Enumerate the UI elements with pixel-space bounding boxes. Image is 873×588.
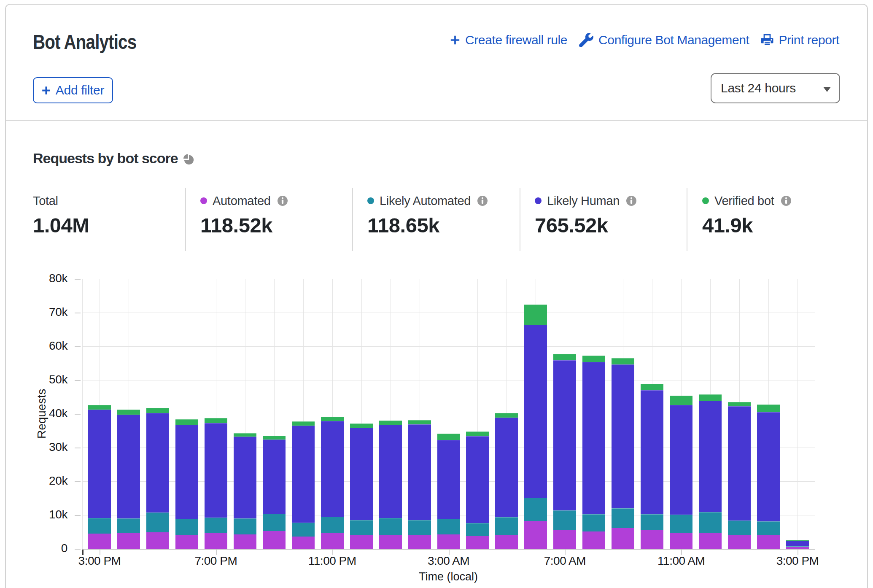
bar-22-automated[interactable] — [728, 535, 751, 549]
bar-7-verified-bot[interactable] — [292, 421, 315, 426]
bar-0-verified-bot[interactable] — [88, 405, 111, 409]
bar-17-likely-automated[interactable] — [582, 514, 605, 532]
bar-23-likely-automated[interactable] — [757, 521, 780, 535]
bar-3-automated[interactable] — [175, 535, 198, 549]
bar-18-likely-automated[interactable] — [612, 508, 634, 528]
bar-9-verified-bot[interactable] — [350, 423, 373, 428]
bar-0-likely-automated[interactable] — [88, 518, 111, 534]
info-icon[interactable] — [626, 195, 637, 206]
bar-17-verified-bot[interactable] — [582, 356, 605, 362]
bar-19-automated[interactable] — [641, 530, 663, 549]
bar-14-likely-human[interactable] — [495, 418, 518, 517]
bar-0-likely-human[interactable] — [88, 410, 111, 518]
info-icon[interactable] — [781, 195, 792, 206]
bar-24-likely-automated[interactable] — [786, 546, 809, 547]
bar-2-automated[interactable] — [146, 532, 169, 549]
bar-3-verified-bot[interactable] — [175, 419, 198, 425]
bar-16-likely-automated[interactable] — [553, 510, 576, 530]
bar-9-likely-automated[interactable] — [350, 520, 373, 535]
bar-19-likely-human[interactable] — [641, 390, 663, 514]
bar-12-verified-bot[interactable] — [437, 434, 460, 440]
bar-24-automated[interactable] — [786, 547, 809, 549]
bar-9-likely-human[interactable] — [350, 428, 373, 520]
bar-11-likely-automated[interactable] — [408, 520, 431, 535]
bar-8-likely-human[interactable] — [321, 421, 344, 517]
bar-11-verified-bot[interactable] — [408, 420, 431, 424]
bar-11-automated[interactable] — [408, 535, 431, 549]
print-report-link[interactable]: Print report — [761, 33, 839, 47]
bar-24-likely-human[interactable] — [786, 540, 809, 546]
bar-2-verified-bot[interactable] — [146, 408, 169, 413]
bar-8-verified-bot[interactable] — [321, 417, 344, 421]
bar-17-likely-human[interactable] — [582, 362, 605, 514]
bar-0-automated[interactable] — [88, 534, 111, 549]
bar-15-verified-bot[interactable] — [524, 305, 547, 325]
bar-5-likely-automated[interactable] — [234, 518, 256, 534]
bar-3-likely-human[interactable] — [175, 425, 198, 519]
bar-16-verified-bot[interactable] — [553, 354, 576, 360]
bar-10-likely-human[interactable] — [379, 425, 402, 518]
bar-3-likely-automated[interactable] — [175, 519, 198, 535]
bar-15-likely-automated[interactable] — [524, 498, 547, 521]
bar-22-likely-automated[interactable] — [728, 521, 751, 535]
bar-18-verified-bot[interactable] — [612, 358, 634, 364]
bar-1-automated[interactable] — [117, 533, 140, 549]
bar-24-verified-bot[interactable] — [786, 540, 809, 541]
bar-19-likely-automated[interactable] — [641, 514, 663, 530]
bar-12-likely-automated[interactable] — [437, 519, 460, 535]
bar-20-automated[interactable] — [670, 533, 692, 549]
bar-10-likely-automated[interactable] — [379, 518, 402, 535]
bar-18-automated[interactable] — [612, 528, 634, 549]
bar-8-likely-automated[interactable] — [321, 517, 344, 533]
info-icon[interactable] — [277, 195, 288, 206]
bar-6-likely-human[interactable] — [263, 440, 286, 514]
bar-15-automated[interactable] — [524, 521, 547, 549]
configure-bot-management-link[interactable]: Configure Bot Management — [579, 33, 749, 47]
bar-2-likely-human[interactable] — [146, 413, 169, 512]
bar-10-verified-bot[interactable] — [379, 421, 402, 425]
bar-23-likely-human[interactable] — [757, 412, 780, 521]
bar-1-likely-automated[interactable] — [117, 518, 140, 533]
bar-22-likely-human[interactable] — [728, 406, 751, 521]
bar-21-likely-human[interactable] — [699, 401, 722, 512]
bar-17-automated[interactable] — [582, 531, 605, 549]
bar-7-likely-automated[interactable] — [292, 523, 315, 537]
bar-6-verified-bot[interactable] — [263, 436, 286, 440]
bar-2-likely-automated[interactable] — [146, 512, 169, 532]
bar-9-automated[interactable] — [350, 535, 373, 549]
bar-23-automated[interactable] — [757, 535, 780, 549]
bar-8-automated[interactable] — [321, 533, 344, 549]
time-range-select[interactable]: Last 24 hours — [711, 73, 840, 103]
info-icon[interactable] — [477, 195, 488, 206]
bar-4-likely-automated[interactable] — [205, 518, 227, 534]
bar-21-verified-bot[interactable] — [699, 394, 722, 400]
bar-13-automated[interactable] — [466, 536, 489, 549]
bar-12-likely-human[interactable] — [437, 440, 460, 518]
bar-22-verified-bot[interactable] — [728, 402, 751, 406]
bar-19-verified-bot[interactable] — [641, 384, 663, 390]
bar-10-automated[interactable] — [379, 535, 402, 549]
bar-23-verified-bot[interactable] — [757, 405, 780, 412]
bar-12-automated[interactable] — [437, 534, 460, 549]
bar-7-likely-human[interactable] — [292, 426, 315, 523]
bar-20-likely-human[interactable] — [670, 405, 692, 515]
bar-14-verified-bot[interactable] — [495, 413, 518, 417]
bar-16-automated[interactable] — [553, 530, 576, 549]
bar-4-likely-human[interactable] — [205, 423, 227, 517]
bar-5-automated[interactable] — [234, 534, 256, 549]
bar-6-likely-automated[interactable] — [263, 514, 286, 531]
bar-4-verified-bot[interactable] — [205, 418, 227, 423]
bar-20-likely-automated[interactable] — [670, 515, 692, 533]
bar-6-automated[interactable] — [263, 531, 286, 549]
bar-20-verified-bot[interactable] — [670, 396, 692, 405]
bar-14-automated[interactable] — [495, 535, 518, 549]
bar-13-likely-automated[interactable] — [466, 523, 489, 536]
bar-5-verified-bot[interactable] — [234, 433, 256, 437]
bar-4-automated[interactable] — [205, 533, 227, 549]
bar-13-verified-bot[interactable] — [466, 432, 489, 436]
bar-18-likely-human[interactable] — [612, 364, 634, 508]
create-firewall-rule-link[interactable]: Create firewall rule — [450, 33, 567, 47]
bar-14-likely-automated[interactable] — [495, 517, 518, 535]
bar-5-likely-human[interactable] — [234, 437, 256, 518]
bar-1-likely-human[interactable] — [117, 415, 140, 518]
